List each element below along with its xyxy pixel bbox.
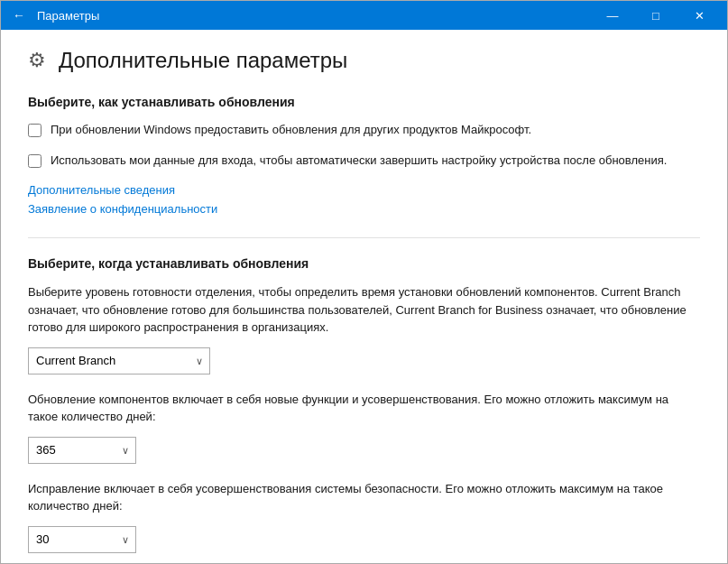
section-install-when: Выберите, когда устанавливать обновления… — [28, 256, 700, 563]
maximize-button[interactable]: □ — [635, 1, 677, 30]
title-bar-controls: — □ ✕ — [592, 1, 720, 30]
title-bar: ← Параметры — □ ✕ — [1, 1, 727, 30]
checkbox-row-1: При обновлении Windows предоставить обно… — [28, 122, 700, 138]
checkbox1-label: При обновлении Windows предоставить обно… — [51, 122, 531, 138]
delay-description: Обновление компонентов включает в себя н… — [28, 391, 700, 426]
quality-dropdown[interactable]: 0 7 14 21 30 — [28, 526, 136, 553]
divider-1 — [28, 237, 700, 238]
title-bar-left: ← Параметры — [8, 5, 99, 26]
privacy-statement-link[interactable]: Заявление о конфиденциальности — [28, 202, 700, 216]
back-button[interactable]: ← — [8, 5, 30, 26]
branch-description: Выберите уровень готовности отделения, ч… — [28, 283, 700, 337]
additional-info-link[interactable]: Дополнительные сведения — [28, 183, 700, 197]
checkbox2-label: Использовать мои данные для входа, чтобы… — [51, 153, 667, 169]
branch-dropdown-wrapper: Current Branch Current Branch for Busine… — [28, 347, 210, 374]
window-title: Параметры — [37, 9, 99, 23]
section2-title: Выберите, когда устанавливать обновления — [28, 256, 700, 271]
quality-dropdown-wrapper: 0 7 14 21 30 — [28, 526, 136, 553]
minimize-button[interactable]: — — [592, 1, 633, 30]
delay-dropdown[interactable]: 0 30 60 90 120 150 180 365 — [28, 437, 136, 464]
checkbox-signin-data[interactable] — [28, 154, 41, 168]
page-header: ⚙ Дополнительные параметры — [28, 48, 700, 73]
checkbox-microsoft-products[interactable] — [28, 124, 41, 137]
branch-dropdown[interactable]: Current Branch Current Branch for Busine… — [28, 347, 210, 374]
section1-title: Выберите, как устанавливать обновления — [28, 95, 700, 109]
section-install-how: Выберите, как устанавливать обновления П… — [28, 95, 700, 216]
close-button[interactable]: ✕ — [678, 1, 720, 30]
quality-description: Исправление включает в себя усовершенств… — [28, 480, 700, 515]
page-title: Дополнительные параметры — [59, 48, 347, 73]
checkbox-row-2: Использовать мои данные для входа, чтобы… — [28, 153, 700, 169]
settings-icon: ⚙ — [28, 49, 46, 72]
content-area: ⚙ Дополнительные параметры Выберите, как… — [1, 30, 727, 563]
delay-dropdown-wrapper: 0 30 60 90 120 150 180 365 — [28, 437, 136, 464]
window: ← Параметры — □ ✕ ⚙ Дополнительные парам… — [0, 0, 728, 564]
